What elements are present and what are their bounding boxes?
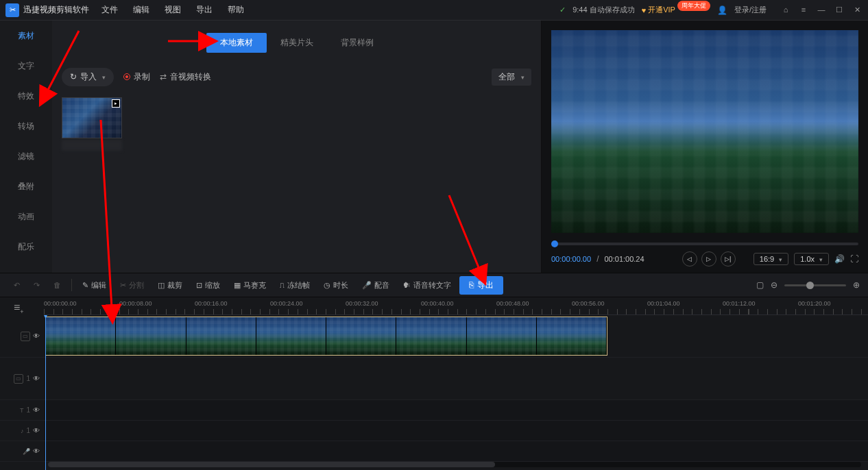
- hamburger-icon[interactable]: ≡: [798, 5, 809, 14]
- edit-button[interactable]: ✎编辑: [77, 277, 112, 293]
- audio-track-header[interactable]: ♪1 👁: [0, 421, 44, 441]
- preview-panel: 00:00:00.00 / 00:01:00.24 ◁ ▷ ▷| 16:9 1.…: [542, 21, 868, 273]
- mosaic-icon: ▦: [234, 281, 241, 290]
- stt-button[interactable]: 🗣语音转文字: [398, 277, 457, 293]
- menu-view[interactable]: 视图: [165, 4, 181, 16]
- minimize-icon[interactable]: —: [816, 5, 827, 14]
- tab-intros[interactable]: 精美片头: [267, 33, 327, 53]
- horizontal-scrollbar[interactable]: [48, 462, 861, 467]
- eye-icon[interactable]: 👁: [33, 447, 40, 455]
- export-button[interactable]: ⎘导出: [459, 276, 503, 295]
- crop-button[interactable]: ◫裁剪: [152, 277, 188, 293]
- video-clip[interactable]: [45, 317, 607, 356]
- audio-track-lane[interactable]: [44, 421, 868, 441]
- playhead[interactable]: [45, 315, 46, 470]
- import-button[interactable]: ↻ 导入: [62, 68, 114, 86]
- menu-export[interactable]: 导出: [196, 4, 213, 16]
- overlay-track-lane[interactable]: [44, 358, 868, 400]
- home-icon[interactable]: ⌂: [780, 5, 791, 14]
- clock-icon: ◷: [324, 281, 330, 290]
- aspect-ratio-select[interactable]: 16:9: [754, 253, 788, 265]
- sidebar-item-text[interactable]: 文字: [0, 51, 52, 81]
- media-toolbar: ↻ 导入 录制 ⇄ 音视频转换 全部: [52, 63, 541, 90]
- media-clip-thumbnail[interactable]: ▸: [62, 97, 122, 151]
- overlay-track-header[interactable]: ▭1 👁: [0, 358, 44, 400]
- trash-icon: 🗑: [53, 281, 61, 289]
- fullscreen-icon[interactable]: ⛶: [850, 254, 858, 264]
- media-tabs: 本地素材 精美片头 背景样例: [52, 30, 541, 55]
- left-sidebar: 素材 文字 特效 转场 滤镜 叠附 动画 配乐: [0, 21, 52, 273]
- sidebar-item-filter[interactable]: 滤镜: [0, 141, 52, 171]
- vip-button[interactable]: ♥ 开通VIP 周年大促: [642, 5, 710, 15]
- delete-button[interactable]: 🗑: [48, 278, 67, 292]
- text-track-header[interactable]: T1 👁: [0, 400, 44, 421]
- tab-backgrounds[interactable]: 背景样例: [327, 33, 387, 53]
- mosaic-button[interactable]: ▦马赛克: [228, 277, 272, 293]
- video-track-header[interactable]: ▭ 👁: [0, 315, 44, 358]
- track-headers: ▭ 👁 ▭1 👁 T1 👁 ♪1 👁 🎤 👁: [0, 315, 44, 470]
- ruler-mark: 00:00:40.00: [421, 300, 454, 307]
- progress-handle[interactable]: [551, 240, 558, 247]
- speed-select[interactable]: 1.0x: [794, 253, 829, 265]
- volume-icon[interactable]: 🔊: [834, 254, 845, 264]
- preview-video[interactable]: [551, 30, 858, 233]
- sidebar-item-transition[interactable]: 转场: [0, 111, 52, 141]
- login-button[interactable]: 登录/注册: [734, 5, 767, 15]
- eye-icon[interactable]: 👁: [33, 427, 40, 434]
- sidebar-item-overlay[interactable]: 叠附: [0, 171, 52, 201]
- layer-icon: ▭: [14, 374, 23, 384]
- filter-select[interactable]: 全部: [492, 69, 531, 86]
- next-frame-button[interactable]: ▷|: [721, 251, 736, 267]
- menu-file[interactable]: 文件: [101, 4, 118, 16]
- voice-track-header[interactable]: 🎤 👁: [0, 441, 44, 462]
- video-track-lane[interactable]: [44, 315, 868, 358]
- ruler-mark: 00:00:56.00: [572, 300, 605, 307]
- current-time: 00:00:00.00: [551, 255, 591, 263]
- export-icon: ⎘: [469, 280, 474, 290]
- menu-help[interactable]: 帮助: [228, 4, 244, 16]
- check-icon: ✓: [559, 5, 566, 14]
- maximize-icon[interactable]: ☐: [834, 5, 845, 14]
- tab-local-media[interactable]: 本地素材: [206, 33, 267, 53]
- preview-progress-bar[interactable]: [551, 243, 858, 245]
- split-button[interactable]: ✂分割: [114, 277, 149, 293]
- convert-button[interactable]: ⇄ 音视频转换: [160, 71, 211, 83]
- zoom-handle[interactable]: [806, 282, 814, 289]
- sidebar-item-music[interactable]: 配乐: [0, 232, 52, 262]
- sidebar-item-media[interactable]: 素材: [0, 21, 52, 51]
- duration-button[interactable]: ◷时长: [318, 277, 354, 293]
- eye-icon[interactable]: 👁: [33, 332, 40, 340]
- eye-icon[interactable]: 👁: [33, 375, 40, 382]
- freeze-icon: ⎍: [280, 281, 285, 289]
- media-grid: ▸: [52, 90, 541, 273]
- zoom-icon: ⊡: [196, 281, 202, 290]
- prev-frame-button[interactable]: ◁: [682, 251, 697, 267]
- title-bar: ✂ 迅捷视频剪辑软件 文件 编辑 视图 导出 帮助 ✓ 9:44 自动保存成功 …: [0, 0, 868, 21]
- zoom-slider[interactable]: [784, 284, 846, 286]
- sidebar-item-effects[interactable]: 特效: [0, 81, 52, 111]
- eye-icon[interactable]: 👁: [33, 406, 40, 414]
- redo-button[interactable]: ↷: [28, 278, 45, 293]
- freeze-button[interactable]: ⎍冻结帧: [274, 277, 315, 293]
- voice-track-lane[interactable]: [44, 441, 868, 462]
- play-overlay-icon: ▸: [112, 99, 120, 108]
- text-icon: T: [20, 407, 24, 414]
- screenshot-icon[interactable]: ▢: [756, 280, 764, 290]
- zoom-out-icon[interactable]: ⊖: [771, 280, 777, 290]
- chevron-down-icon: [100, 72, 106, 82]
- sidebar-item-animation[interactable]: 动画: [0, 201, 52, 232]
- zoom-in-icon[interactable]: ⊕: [853, 280, 860, 290]
- zoom-button[interactable]: ⊡缩放: [191, 277, 226, 293]
- ruler-mark: 00:01:12.00: [723, 300, 756, 307]
- close-icon[interactable]: ✕: [852, 5, 863, 14]
- dub-button[interactable]: 🎤配音: [357, 277, 395, 293]
- microphone-icon: 🎤: [362, 281, 372, 290]
- timeline-ruler[interactable]: 00:00:00.0000:00:08.0000:00:16.0000:00:2…: [44, 297, 868, 315]
- undo-button[interactable]: ↶: [8, 278, 25, 293]
- refresh-icon: ↻: [70, 72, 77, 82]
- play-button[interactable]: ▷: [701, 251, 716, 267]
- text-track-lane[interactable]: [44, 400, 868, 421]
- add-track-button[interactable]: ≡+: [14, 301, 24, 315]
- menu-edit[interactable]: 编辑: [133, 4, 149, 16]
- record-button[interactable]: 录制: [123, 71, 150, 83]
